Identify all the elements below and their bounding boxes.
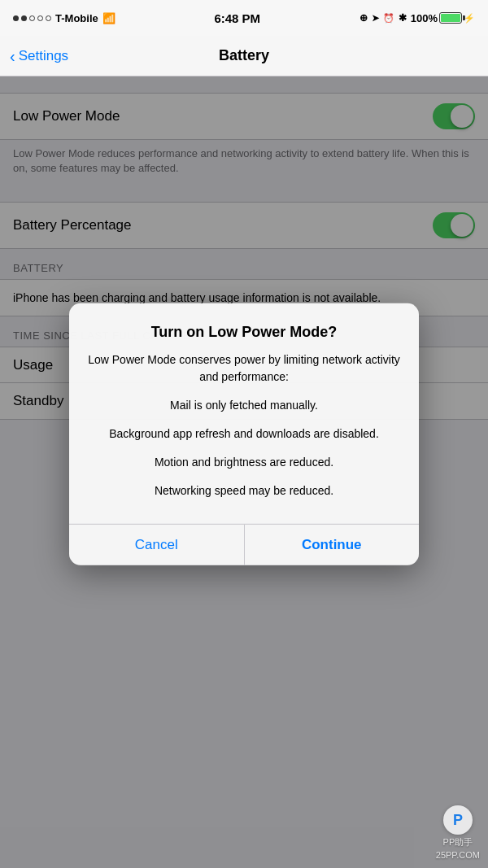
- dot-1: [13, 15, 19, 21]
- back-button[interactable]: ‹ Settings: [10, 48, 68, 64]
- alert-content: Turn on Low Power Mode? Low Power Mode c…: [69, 303, 419, 510]
- battery-container: 100% ⚡: [411, 12, 475, 24]
- watermark-line2: 25PP.COM: [436, 850, 480, 860]
- alarm-icon: ⏰: [383, 13, 394, 24]
- location-icon: ⊕: [359, 12, 368, 24]
- nav-bar: ‹ Settings Battery: [0, 36, 488, 76]
- battery-icon: [439, 12, 462, 24]
- back-label: Settings: [19, 48, 68, 64]
- alert-buttons: Cancel Continue: [69, 525, 419, 565]
- watermark: P PP助手 25PP.COM: [436, 805, 480, 860]
- alert-msg-3: Background app refresh and downloads are…: [85, 425, 403, 443]
- signal-dots: [13, 15, 51, 21]
- status-right: ⊕ ➤ ⏰ ✱ 100% ⚡: [359, 12, 475, 24]
- wifi-icon: 📶: [102, 12, 115, 24]
- bluetooth-icon: ✱: [399, 12, 407, 24]
- alert-dialog: Turn on Low Power Mode? Low Power Mode c…: [69, 303, 419, 565]
- alert-msg-1: Low Power Mode conserves power by limiti…: [85, 351, 403, 386]
- alert-message: Low Power Mode conserves power by limiti…: [85, 351, 403, 499]
- dot-3: [29, 15, 35, 21]
- continue-button[interactable]: Continue: [245, 525, 420, 565]
- battery-fill: [441, 14, 460, 22]
- arrow-icon: ➤: [372, 13, 379, 24]
- dot-4: [37, 15, 43, 21]
- cancel-button[interactable]: Cancel: [69, 525, 245, 565]
- status-bar: T-Mobile 📶 6:48 PM ⊕ ➤ ⏰ ✱ 100% ⚡: [0, 0, 488, 36]
- alert-title: Turn on Low Power Mode?: [85, 322, 403, 341]
- watermark-line1: PP助手: [443, 836, 473, 848]
- alert-msg-2: Mail is only fetched manually.: [85, 397, 403, 414]
- charging-icon: ⚡: [464, 13, 475, 24]
- battery-percent: 100%: [411, 12, 438, 24]
- back-chevron-icon: ‹: [10, 48, 15, 64]
- alert-msg-4: Motion and brightness are reduced.: [85, 454, 403, 471]
- watermark-icon: P: [443, 805, 473, 835]
- status-time: 6:48 PM: [214, 11, 260, 25]
- page-title: Battery: [219, 47, 269, 64]
- dot-5: [46, 15, 51, 21]
- alert-msg-5: Networking speed may be reduced.: [85, 482, 403, 499]
- carrier-label: T-Mobile: [55, 12, 98, 24]
- dot-2: [21, 15, 27, 21]
- status-left: T-Mobile 📶: [13, 12, 115, 24]
